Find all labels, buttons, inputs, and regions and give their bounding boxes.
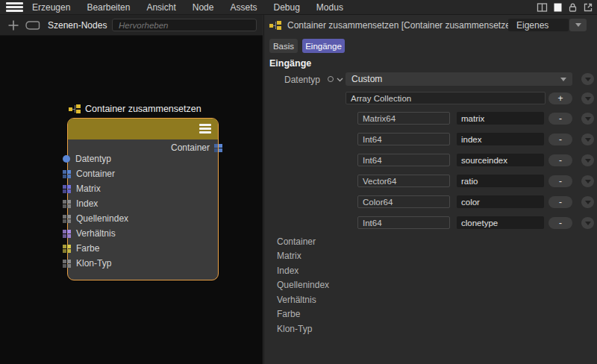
entry-name-field[interactable]: index [457,133,544,145]
port-group-quellenindex[interactable]: Quellenindex [277,280,329,290]
node-input-verhaeltnis[interactable]: Verhältnis [63,226,116,241]
node-output-label: Container [171,142,210,153]
entry-name-field[interactable]: sourceindex [457,154,544,166]
menu-item-erzeugen[interactable]: Erzeugen [32,2,70,13]
node-input-quellenindex[interactable]: Quellenindex [63,211,128,226]
squares-port-icon[interactable] [63,260,71,268]
entry-name-field[interactable]: matrix [457,112,544,125]
chevron-down-icon [560,78,566,81]
preset-dropdown-button[interactable] [569,19,587,31]
row-options-button[interactable] [581,73,594,85]
port-group-container[interactable]: Container [277,236,316,247]
entry-type-field[interactable]: Int64 [357,133,450,145]
chevron-down-icon[interactable] [337,78,343,82]
datatype-select[interactable]: Custom [346,72,572,86]
node-input-label: Matrix [76,183,101,194]
node-shape-icon[interactable] [24,20,41,31]
add-node-icon[interactable] [7,19,19,31]
attribute-inspector: Container zusammensetzen [Container zusa… [263,15,597,364]
menu-bar: Erzeugen Bearbeiten Ansicht Node Assets … [0,0,597,15]
node-input-label: Quellenindex [76,213,128,224]
menu-item-ansicht[interactable]: Ansicht [146,2,175,13]
output-port-icon[interactable] [214,144,222,152]
entry-type-field[interactable]: Vector64 [357,175,450,187]
port-group-klon-typ[interactable]: Klon-Typ [277,324,312,334]
main-menu-icon[interactable] [6,2,23,12]
node-input-matrix[interactable]: Matrix [63,181,101,196]
row-options-button[interactable] [581,134,594,145]
remove-entry-button[interactable]: - [548,113,572,125]
editor-title: Szenen-Nodes [48,20,107,31]
remove-entry-button[interactable]: - [548,175,572,187]
circle-port-icon[interactable] [63,155,70,163]
entry-type-field[interactable]: Color64 [357,195,450,208]
pop-out-icon[interactable] [583,2,593,13]
lock-icon[interactable] [568,2,578,13]
entry-type-field[interactable]: Int64 [357,154,450,166]
squares-port-icon[interactable] [63,170,71,178]
entry-type-field[interactable]: Int64 [357,216,450,229]
node-title[interactable]: Container zusammensetzen [69,103,201,115]
entry-type-field[interactable]: Matrix64 [357,112,450,125]
scene-nodes-toolbar: Szenen-Nodes [0,15,263,36]
remove-entry-button[interactable]: - [548,196,572,208]
node-input-label: Datentyp [75,154,111,164]
row-options-button[interactable] [581,92,594,104]
port-group-farbe[interactable]: Farbe [277,309,300,319]
remove-entry-button[interactable]: - [548,154,572,166]
port-group-matrix[interactable]: Matrix [277,251,301,261]
row-options-button[interactable] [581,175,594,187]
port-group-verhaeltnis[interactable]: Verhältnis [277,295,316,305]
squares-port-icon[interactable] [63,215,71,223]
port-state-icon[interactable] [328,76,334,82]
single-view-icon[interactable] [553,2,563,13]
node-input-label: Verhältnis [76,228,116,239]
tab-basis[interactable]: Basis [269,39,298,53]
squares-port-icon[interactable] [63,185,71,193]
row-options-button[interactable] [581,113,594,125]
row-options-button[interactable] [581,217,594,229]
node-input-farbe[interactable]: Farbe [63,241,99,256]
menu-item-bearbeiten[interactable]: Bearbeiten [87,2,130,13]
menu-item-modus[interactable]: Modus [316,2,343,13]
remove-entry-button[interactable]: - [548,217,572,229]
menu-item-debug[interactable]: Debug [273,2,299,13]
node-header[interactable] [68,119,218,139]
preset-dropdown[interactable]: Eigenes [508,19,569,31]
squares-port-icon[interactable] [63,245,71,253]
tab-eingaenge[interactable]: Eingänge [302,39,345,53]
node-input-label: Farbe [76,243,99,254]
node-input-container[interactable]: Container [63,166,115,181]
main-menu: Erzeugen Bearbeiten Ansicht Node Assets … [32,2,343,13]
node-input-index[interactable]: Index [63,196,98,211]
split-view-icon[interactable] [537,2,548,13]
highlight-search-input[interactable] [112,19,257,31]
row-options-button[interactable] [581,154,594,166]
array-collection-field[interactable]: Array Collection [346,92,546,104]
menu-item-node[interactable]: Node [193,2,214,13]
remove-entry-button[interactable]: - [548,134,572,145]
datatype-value: Custom [351,74,382,84]
app-window: Erzeugen Bearbeiten Ansicht Node Assets … [0,0,597,364]
node-graph-canvas[interactable]: Container zusammensetzen Container Daten… [0,36,263,364]
node-input-label: Klon-Typ [76,258,111,269]
node-title-label: Container zusammensetzen [85,104,201,114]
node-type-icon [69,104,81,113]
squares-port-icon[interactable] [63,230,71,238]
window-controls [537,2,593,13]
port-group-index[interactable]: Index [277,266,298,276]
datatype-label: Datentyp [264,75,320,85]
node-menu-icon[interactable] [199,124,211,134]
add-entry-button[interactable]: + [548,92,572,104]
node-input-label: Index [76,198,98,209]
entry-name-field[interactable]: clonetype [457,216,544,229]
node-input-datentyp[interactable]: Datentyp [63,151,111,166]
menu-item-assets[interactable]: Assets [230,2,257,13]
node-input-klon-typ[interactable]: Klon-Typ [63,256,111,271]
inspector-title: Container zusammensetzen [Container zusa… [287,20,518,31]
node-input-label: Container [76,169,115,179]
entry-name-field[interactable]: ratio [457,175,544,187]
row-options-button[interactable] [581,196,594,208]
entry-name-field[interactable]: color [457,195,544,208]
squares-port-icon[interactable] [63,200,71,208]
